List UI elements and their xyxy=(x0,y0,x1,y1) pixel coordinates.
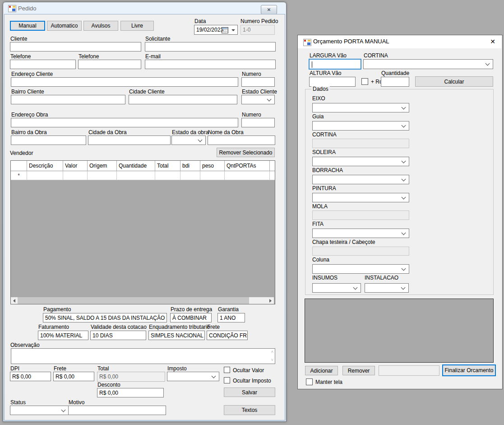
fita-combo[interactable] xyxy=(312,229,409,238)
chevron-down-icon xyxy=(402,123,406,127)
dados-group-label: Dados xyxy=(311,86,330,92)
calcular-button[interactable]: Calcular xyxy=(415,76,493,87)
chapa-field xyxy=(312,247,409,256)
mola-field xyxy=(312,210,409,220)
chevron-down-icon xyxy=(402,266,406,271)
orcamento-value-field xyxy=(379,365,439,376)
orcamento-window: Orçamento PORTA MANUAL ✕ LARGURA Vão COR… xyxy=(0,0,504,425)
quantidade-field[interactable] xyxy=(381,77,409,87)
pintura-combo[interactable] xyxy=(312,193,409,202)
chevron-down-icon xyxy=(486,61,490,66)
insumos-combo[interactable] xyxy=(312,283,361,293)
pintura-label: PINTURA xyxy=(312,185,336,191)
manter-tela-label: Manter tela xyxy=(315,379,342,385)
app-icon xyxy=(303,39,311,46)
chevron-down-icon xyxy=(402,177,406,181)
guia-label: Guia xyxy=(312,113,324,120)
close-icon: ✕ xyxy=(490,38,495,45)
largura-vao-field[interactable] xyxy=(309,59,361,70)
guia-combo[interactable] xyxy=(312,121,409,131)
instalacao-label: INSTALACAO xyxy=(365,275,398,281)
chevron-down-icon xyxy=(402,159,406,163)
adicionar-button[interactable]: Adicionar xyxy=(305,366,338,375)
cortina-label: CORTINA xyxy=(364,52,388,59)
eixo-label: EIXO xyxy=(312,95,325,102)
altura-vao-label: ALTURA Vão xyxy=(310,70,341,76)
orcamento-window-title: Orçamento PORTA MANUAL xyxy=(313,38,389,45)
orcamento-close-button[interactable]: ✕ xyxy=(488,37,498,46)
largura-vao-label: LARGURA Vão xyxy=(310,52,347,59)
quantidade-label: Quantidade xyxy=(381,70,409,76)
orcamento-items-list[interactable] xyxy=(305,299,494,363)
chevron-down-icon xyxy=(402,230,406,235)
cortina-dado-field xyxy=(312,139,409,148)
manter-tela-checkbox[interactable] xyxy=(306,378,313,385)
cortina-dado-label: CORTINA xyxy=(312,131,337,138)
coluna-label: Coluna xyxy=(312,257,329,263)
finalizar-orcamento-button[interactable]: Finalizar Orcamento xyxy=(442,364,496,376)
chevron-down-icon xyxy=(401,285,406,290)
chevron-down-icon xyxy=(353,285,358,290)
instalacao-combo[interactable] xyxy=(365,283,409,293)
mola-label: MOLA xyxy=(312,203,328,210)
soleira-combo[interactable] xyxy=(312,157,409,166)
soleira-label: SOLEIRA xyxy=(312,149,336,155)
remover-button[interactable]: Remover xyxy=(342,366,375,375)
chevron-down-icon xyxy=(402,105,406,109)
altura-vao-field[interactable] xyxy=(309,77,356,87)
insumos-label: INSUMOS xyxy=(312,275,338,281)
orcamento-title-bar[interactable]: Orçamento PORTA MANUAL ✕ xyxy=(298,35,501,48)
chapa-label: Chapa testeira / Cabeçote xyxy=(312,239,375,245)
rolo-checkbox[interactable] xyxy=(361,78,368,85)
coluna-combo[interactable] xyxy=(312,264,409,274)
eixo-combo[interactable] xyxy=(312,103,409,112)
chevron-down-icon xyxy=(402,195,406,199)
text-caret xyxy=(312,61,312,68)
borracha-label: BORRACHA xyxy=(312,167,343,173)
borracha-combo[interactable] xyxy=(312,175,409,184)
fita-label: FITA xyxy=(312,221,324,227)
desktop: Pedido ✕ Manual Automatico Avulsos Livre… xyxy=(0,0,504,425)
cortina-combo[interactable] xyxy=(363,59,493,69)
